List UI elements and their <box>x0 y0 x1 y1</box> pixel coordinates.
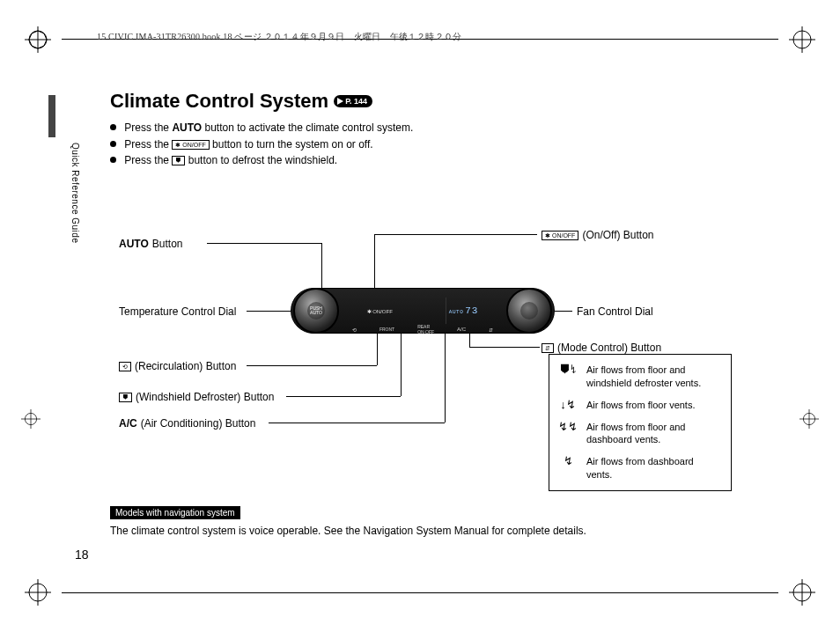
callout-temp-dial: Temperature Control Dial <box>119 305 236 318</box>
legend-row: ↯↯Air flows from floor and dashboard ven… <box>558 421 722 447</box>
leader-line <box>555 311 572 312</box>
source-header: 15 CIVIC IMA-31TR26300.book 18 ページ ２０１４年… <box>97 31 461 43</box>
leader-line <box>445 334 446 423</box>
diagram: PUSH AUTO ✱ ON/OFF AUTO73 ⟲ FRONT REAR O… <box>110 204 730 477</box>
onoff-button: ✱ ON/OFF <box>365 298 395 324</box>
page: 15 CIVIC IMA-31TR26300.book 18 ページ ２０１４年… <box>0 0 840 632</box>
onoff-icon: ✱ ON/OFF <box>172 140 209 150</box>
leader-line <box>247 365 377 366</box>
leader-line <box>269 423 445 423</box>
model-badge: Models with navigation system <box>110 506 240 519</box>
leader-line <box>321 243 322 288</box>
footnote: Models with navigation system The climat… <box>110 506 730 537</box>
callout-auto: AUTO Button <box>119 238 182 250</box>
crop-mark-icon <box>21 409 41 429</box>
leader-line <box>377 334 378 365</box>
mode-button: ⇵ <box>486 326 496 333</box>
fan-dial <box>506 288 552 334</box>
leader-line <box>374 234 375 288</box>
airflow-icon: ↓↯ <box>558 399 578 412</box>
panel-lower-buttons: ⟲ FRONT REAR ON·OFF A/C ⇵ <box>341 326 505 338</box>
instructions-list: Press the AUTO button to activate the cl… <box>110 120 730 169</box>
leader-line <box>374 234 537 235</box>
leader-line <box>247 311 291 312</box>
crop-mark-icon <box>25 579 51 606</box>
page-number: 18 <box>75 547 89 562</box>
airflow-icon: ⛊↯ <box>558 364 578 390</box>
callout-onoff: ✱ ON/OFF (On/Off) Button <box>542 229 654 241</box>
temp-display: AUTO73 <box>446 298 482 324</box>
content: Climate Control System P. 144 Press the … <box>110 90 730 562</box>
instruction-item: Press the ⛊ button to defrost the windsh… <box>110 152 730 169</box>
callout-recirc: ⟲ (Recirculation) Button <box>119 360 236 372</box>
instruction-item: Press the AUTO button to activate the cl… <box>110 120 730 136</box>
legend-row: ↯Air flows from dashboard vents. <box>558 455 722 481</box>
defrost-icon: ⛊ <box>172 156 185 165</box>
crop-mark-icon <box>25 26 51 53</box>
recirc-button: ⟲ <box>350 326 359 333</box>
crop-mark-icon <box>799 409 819 429</box>
page-ref-link[interactable]: P. 144 <box>334 95 372 107</box>
side-tab <box>48 95 55 137</box>
callout-mode: ⇵ (Mode Control) Button <box>542 342 661 354</box>
title-text: Climate Control System <box>110 90 328 113</box>
front-defrost-button: FRONT <box>377 326 397 333</box>
airflow-icon: ↯ <box>558 455 578 481</box>
airflow-icon: ↯↯ <box>558 421 578 447</box>
defrost-icon: ⛊ <box>119 393 132 402</box>
mode-icon: ⇵ <box>542 343 554 353</box>
ac-button: A/C <box>454 326 468 333</box>
page-title: Climate Control System P. 144 <box>110 90 730 113</box>
callout-ac: A/C (Air Conditioning) Button <box>119 417 255 430</box>
onoff-icon: ✱ ON/OFF <box>542 231 578 240</box>
temperature-dial: PUSH AUTO <box>293 288 339 334</box>
leader-line <box>469 347 540 348</box>
leader-line <box>207 243 321 244</box>
crop-mark-icon <box>789 579 815 606</box>
footnote-text: The climate control system is voice oper… <box>110 525 586 537</box>
mode-legend: ⛊↯Air flows from floor and windshield de… <box>549 354 732 491</box>
crop-mark-icon <box>789 26 815 53</box>
recirc-icon: ⟲ <box>119 362 131 371</box>
instruction-item: Press the ✱ ON/OFF button to turn the sy… <box>110 136 730 153</box>
callout-defrost: ⛊ (Windshield Defroster) Button <box>119 391 274 403</box>
leader-line <box>286 396 401 397</box>
legend-row: ↓↯Air flows from floor vents. <box>558 399 722 412</box>
crop-rule <box>62 592 778 593</box>
section-name: Quick Reference Guide <box>70 143 80 243</box>
legend-row: ⛊↯Air flows from floor and windshield de… <box>558 364 722 390</box>
callout-fan-dial: Fan Control Dial <box>577 305 653 318</box>
rear-defrost-button: REAR ON·OFF <box>415 326 437 333</box>
leader-line <box>401 334 402 396</box>
